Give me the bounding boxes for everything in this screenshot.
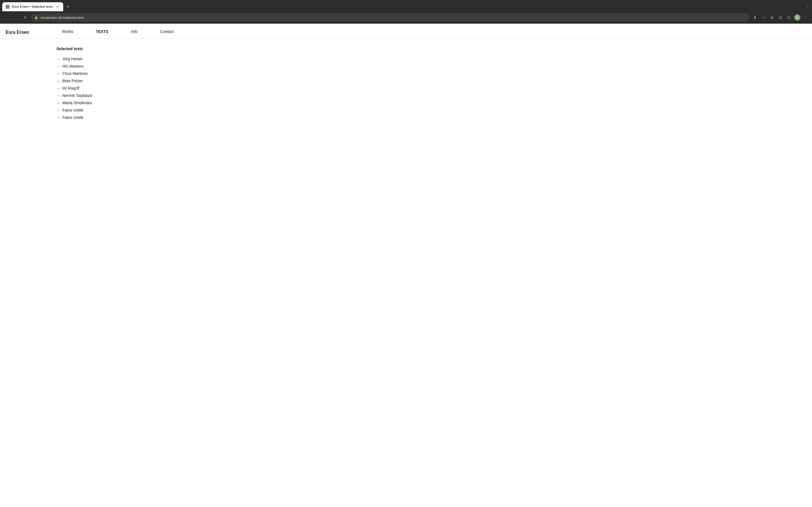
list-item-label: Marta Smolinska <box>62 101 92 105</box>
menu-button[interactable]: ⋮ <box>802 13 810 21</box>
list-item[interactable]: →Fatos Ustek <box>56 114 806 121</box>
list-item[interactable]: →HG Masters <box>56 63 806 69</box>
arrow-icon: → <box>56 79 60 83</box>
list-item[interactable]: →Nermin Saybaşılı <box>56 92 806 99</box>
nav-item-texts[interactable]: TEXTS <box>96 29 108 34</box>
arrow-icon: → <box>56 64 60 68</box>
cast-icon: ⊟ <box>779 15 782 20</box>
splitscreen-button[interactable]: ⊡ <box>785 13 793 21</box>
list-item[interactable]: →Chus Martinez <box>56 70 806 77</box>
download-button[interactable]: ⬇ <box>751 13 759 21</box>
active-tab[interactable]: Esra Ersen • Selected texts ✕ <box>2 2 63 11</box>
site-logo[interactable]: Esra Ersen <box>6 29 62 35</box>
lock-icon: 🔒 <box>35 16 38 19</box>
url-text: esraersen.de/selected-text <box>41 15 746 20</box>
tab-title: Esra Ersen • Selected texts <box>12 5 53 9</box>
url-bar[interactable]: 🔒 esraersen.de/selected-text <box>31 13 749 22</box>
list-item-label: HG Masters <box>62 64 84 68</box>
list-item-label: Jörg Heiser <box>62 57 83 61</box>
profile-avatar: E <box>794 14 801 20</box>
tab-list-chevron-icon[interactable]: › <box>806 3 810 10</box>
site-header: Esra Ersen Works TEXTS Info Contact <box>0 24 812 39</box>
main-content: Selected texts →Jörg Heiser→HG Masters→C… <box>0 39 812 132</box>
bookmark-button[interactable]: ☆ <box>760 13 767 21</box>
list-item-label: Fatos Ustek <box>62 115 84 120</box>
extensions-icon: ⊞ <box>770 15 774 20</box>
star-icon: ☆ <box>762 15 765 20</box>
arrow-icon: → <box>56 108 60 112</box>
list-item[interactable]: →Marta Smolinska <box>56 100 806 106</box>
tab-bar: Esra Ersen • Selected texts ✕ + › <box>0 0 812 11</box>
profile-button[interactable]: E <box>794 13 801 21</box>
arrow-icon: → <box>56 115 60 120</box>
list-item-label: Nermin Saybaşılı <box>62 93 93 98</box>
site-nav: Works TEXTS Info Contact <box>62 29 806 34</box>
menu-icon: ⋮ <box>804 15 808 20</box>
list-item-label: Chus Martinez <box>62 71 88 76</box>
arrow-icon: → <box>56 57 60 61</box>
cast-button[interactable]: ⊟ <box>776 13 784 21</box>
reload-icon: ✕ <box>24 15 27 20</box>
back-button[interactable]: ← <box>2 13 10 21</box>
list-item[interactable]: →Fatos Ustek <box>56 107 806 114</box>
arrow-icon: → <box>56 86 60 91</box>
address-bar: ← → ✕ 🔒 esraersen.de/selected-text ⬇ ☆ ⊞… <box>0 11 812 24</box>
tab-close-button[interactable]: ✕ <box>55 4 60 9</box>
forward-icon: → <box>14 15 18 20</box>
tab-favicon <box>6 5 10 9</box>
new-tab-button[interactable]: + <box>64 3 72 11</box>
arrow-icon: → <box>56 101 60 105</box>
list-item[interactable]: →Irit Rogoff <box>56 85 806 92</box>
list-item-label: Irit Rogoff <box>62 86 79 91</box>
reload-button[interactable]: ✕ <box>21 13 29 21</box>
extensions-button[interactable]: ⊞ <box>768 13 776 21</box>
list-item-label: Brita Polzer <box>62 78 83 83</box>
section-title: Selected texts <box>56 47 806 51</box>
nav-item-works[interactable]: Works <box>62 29 73 34</box>
download-icon: ⬇ <box>753 15 757 20</box>
nav-item-info[interactable]: Info <box>131 29 138 34</box>
nav-item-contact[interactable]: Contact <box>160 29 174 34</box>
address-bar-actions: ⬇ ☆ ⊞ ⊟ ⊡ E ⋮ <box>751 13 810 21</box>
page-content: Esra Ersen Works TEXTS Info Contact Sele… <box>0 24 812 507</box>
arrow-icon: → <box>56 94 60 98</box>
splitscreen-icon: ⊡ <box>787 15 791 20</box>
list-item[interactable]: →Brita Polzer <box>56 77 806 84</box>
browser-chrome: Esra Ersen • Selected texts ✕ + › ← → ✕ … <box>0 0 812 24</box>
text-list: →Jörg Heiser→HG Masters→Chus Martinez→Br… <box>56 55 806 121</box>
list-item-label: Fatos Ustek <box>62 108 84 112</box>
forward-button[interactable]: → <box>12 13 20 21</box>
back-icon: ← <box>4 15 8 20</box>
arrow-icon: → <box>56 71 60 76</box>
list-item[interactable]: →Jörg Heiser <box>56 55 806 62</box>
